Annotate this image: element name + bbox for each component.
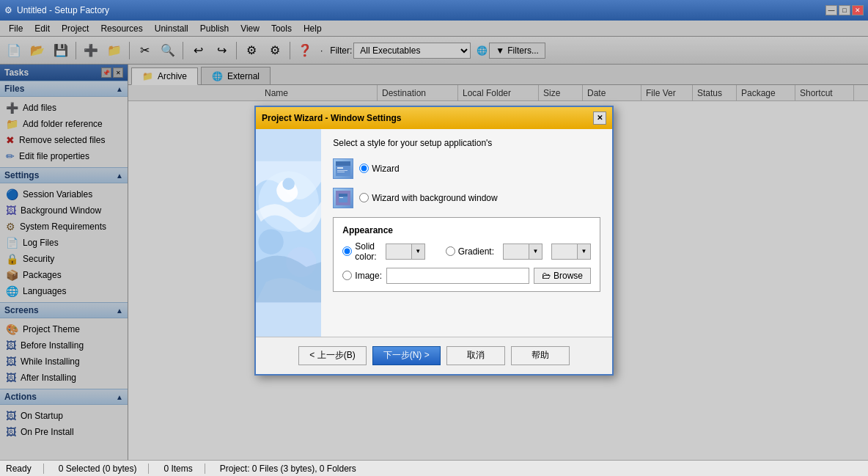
- gradient-color-picker-2[interactable]: [551, 244, 578, 260]
- gradient-radio[interactable]: [446, 246, 455, 256]
- image-label: Image:: [355, 271, 382, 281]
- main-layout: Tasks 📌 ✕ Files ▲ ➕ Add files 📁 Add fold…: [0, 65, 868, 460]
- dialog-footer: < 上一步(B) 下一步(N) > 取消 帮助: [256, 337, 612, 374]
- image-radio[interactable]: [342, 271, 352, 280]
- browse-label: Browse: [553, 271, 583, 281]
- dialog-body: Select a style for your setup applicatio…: [256, 129, 612, 337]
- wizard-bg-option-icon: [333, 188, 353, 208]
- cancel-button[interactable]: 取消: [446, 346, 505, 365]
- svg-rect-8: [337, 170, 347, 171]
- window-title: Untitled - Setup Factory: [17, 5, 109, 15]
- wizard-option: Wizard: [333, 158, 600, 179]
- appearance-box: Appearance Solid color: ▼: [333, 217, 600, 292]
- wizard-bg-radio[interactable]: [359, 193, 369, 202]
- wizard-radio[interactable]: [359, 164, 369, 173]
- status-items: 0 Items: [163, 464, 205, 474]
- dialog-title-text: Project Wizard - Window Settings: [262, 113, 401, 123]
- gradient-color-dropdown-2[interactable]: ▼: [578, 244, 591, 260]
- status-project: Project: 0 Files (3 bytes), 0 Folders: [220, 464, 356, 474]
- dialog-preview: [256, 129, 321, 337]
- svg-point-4: [282, 177, 294, 189]
- svg-rect-13: [339, 197, 343, 198]
- browse-icon: 🗁: [542, 271, 551, 281]
- title-icon: ⚙: [4, 5, 12, 15]
- dialog-subtitle: Select a style for your setup applicatio…: [333, 138, 600, 148]
- wizard-radio-label[interactable]: Wizard: [359, 164, 399, 174]
- wizard-bg-radio-label[interactable]: Wizard with background window: [359, 193, 497, 203]
- solid-color-picker[interactable]: [386, 244, 412, 260]
- image-row: Image: 🗁 Browse: [342, 268, 591, 284]
- svg-rect-7: [337, 167, 343, 169]
- wizard-label: Wizard: [372, 164, 399, 174]
- gradient-picker-group-2: ▼: [551, 244, 591, 260]
- wizard-bg-label: Wizard with background window: [372, 193, 497, 203]
- status-ready: Ready: [6, 464, 44, 474]
- gradient-color-dropdown-1[interactable]: ▼: [529, 244, 542, 260]
- image-path-input[interactable]: [386, 268, 529, 284]
- appearance-title: Appearance: [342, 225, 591, 235]
- svg-rect-12: [339, 194, 347, 197]
- status-selected: 0 Selected (0 bytes): [59, 464, 150, 474]
- minimize-button[interactable]: —: [825, 5, 837, 15]
- gradient-label: Gradient:: [458, 246, 494, 257]
- solid-color-row: Solid color: ▼ Gradient:: [342, 241, 591, 262]
- gradient-color-picker-1[interactable]: [503, 244, 529, 260]
- prev-button[interactable]: < 上一步(B): [298, 346, 366, 365]
- gradient-radio-row: Gradient:: [446, 246, 494, 257]
- project-wizard-dialog: Project Wizard - Window Settings ✕: [254, 106, 614, 376]
- help-dlg-button[interactable]: 帮助: [511, 346, 570, 365]
- maximize-button[interactable]: □: [839, 5, 850, 15]
- solid-color-radio[interactable]: [342, 246, 352, 256]
- gradient-picker-group-1: ▼: [503, 244, 542, 260]
- svg-point-2: [258, 229, 283, 254]
- solid-color-label: Solid color:: [355, 241, 376, 262]
- dialog-content: Select a style for your setup applicatio…: [321, 129, 612, 337]
- wizard-bg-option: Wizard with background window: [333, 188, 600, 208]
- solid-color-picker-group: ▼: [386, 244, 425, 260]
- wizard-option-icon: [333, 158, 353, 179]
- svg-rect-6: [336, 161, 350, 166]
- next-button[interactable]: 下一步(N) >: [372, 346, 441, 365]
- solid-color-dropdown[interactable]: ▼: [412, 244, 425, 260]
- content-area: 📁 Archive 🌐 External Name Destination Lo…: [128, 65, 868, 460]
- dialog-title-bar: Project Wizard - Window Settings ✕: [256, 107, 612, 129]
- close-button[interactable]: ✕: [852, 5, 864, 15]
- dialog-close-button[interactable]: ✕: [593, 111, 606, 125]
- title-bar: ⚙ Untitled - Setup Factory — □ ✕: [0, 0, 868, 21]
- status-bar: Ready 0 Selected (0 bytes) 0 Items Proje…: [0, 460, 868, 476]
- browse-button[interactable]: 🗁 Browse: [534, 268, 591, 284]
- svg-rect-9: [337, 172, 345, 172]
- dialog-overlay: Project Wizard - Window Settings ✕: [0, 21, 868, 460]
